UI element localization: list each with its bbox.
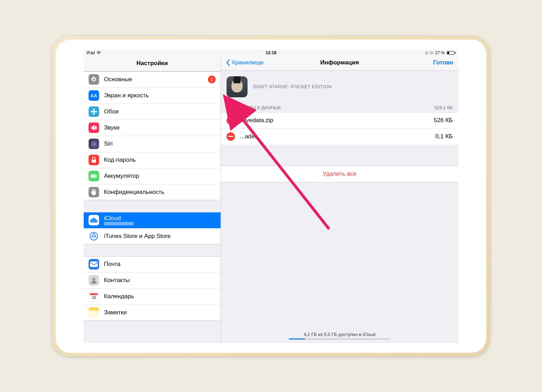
svg-point-1 (93, 109, 95, 111)
svg-point-2 (93, 113, 95, 115)
notes-icon (89, 307, 99, 318)
sidebar-item-battery[interactable]: Аккумулятор (84, 168, 221, 184)
file-size: 526 КБ (434, 117, 453, 124)
sidebar-item-privacy[interactable]: Конфиденциальность (84, 184, 221, 200)
sidebar-item-contacts[interactable]: Контакты (84, 272, 221, 288)
svg-rect-9 (96, 175, 97, 177)
sidebar-item-passcode[interactable]: Код-пароль (84, 152, 221, 168)
svg-point-6 (93, 143, 95, 145)
sidebar-item-icloud[interactable]: iCloud (84, 212, 221, 228)
hand-icon (89, 187, 99, 197)
row-label: Аккумулятор (104, 173, 216, 180)
alarm-icon: ⏲ (430, 50, 434, 55)
lock-icon (89, 155, 99, 165)
appstore-icon (89, 231, 99, 241)
sidebar-title: Настройки (84, 56, 221, 71)
file-name: ...ader (240, 133, 431, 140)
svg-point-13 (92, 278, 95, 281)
gear-icon (89, 74, 99, 85)
svg-text:10: 10 (92, 295, 96, 300)
orientation-lock-icon: ⦸ (425, 50, 428, 55)
storage-bar (289, 338, 390, 340)
sidebar-item-sounds[interactable]: Звуки (84, 120, 221, 136)
sidebar-item-mail[interactable]: Почта (84, 256, 221, 272)
delete-icon[interactable] (227, 132, 235, 141)
row-label: Контакты (104, 277, 216, 284)
row-label: Заметки (104, 309, 216, 316)
file-name: savedata.zip (240, 117, 429, 124)
detail-panel: Хранилище Информация Готово DON'T STARVE… (221, 56, 458, 343)
wifi-icon (96, 51, 101, 55)
calendar-icon: 10 (89, 291, 99, 302)
status-bar: iPad 13:19 ⦸ ⏲ 27 % (84, 49, 458, 56)
app-icon (227, 76, 248, 97)
row-label: Почта (104, 261, 216, 268)
sidebar-item-itunes[interactable]: iTunes Store и App Store (84, 228, 221, 244)
app-name: DON'T STARVE: POCKET EDITION (253, 84, 332, 89)
section-size: 526,1 КБ (435, 105, 453, 110)
sidebar-item-display[interactable]: AA Экран и яркость (84, 88, 221, 104)
device-label: iPad (86, 50, 95, 55)
text-size-icon: AA (89, 90, 99, 101)
battery-icon (89, 171, 99, 181)
svg-rect-14 (90, 293, 98, 295)
sidebar-item-notes[interactable]: Заметки (84, 304, 221, 321)
file-size: 0,1 КБ (436, 133, 453, 140)
row-label: iTunes Store и App Store (104, 233, 216, 240)
delete-icon[interactable] (227, 116, 235, 125)
chevron-left-icon (226, 59, 230, 66)
flower-icon (89, 106, 99, 117)
svg-point-3 (91, 111, 93, 113)
row-label: Календарь (104, 293, 216, 300)
row-label: Звуки (104, 124, 216, 131)
svg-rect-7 (92, 160, 96, 163)
battery-percent: 27 % (435, 50, 445, 55)
icloud-account-blur (104, 222, 134, 225)
sidebar-item-general[interactable]: Основные 1 (84, 71, 221, 88)
file-row[interactable]: savedata.zip 526 КБ (221, 112, 458, 128)
status-time: 13:19 (266, 50, 277, 55)
row-label: iCloud (104, 215, 134, 222)
delete-all-button[interactable]: Удалить все (221, 166, 458, 182)
done-button[interactable]: Готово (433, 59, 453, 66)
mail-icon (89, 259, 99, 270)
speaker-icon (89, 122, 99, 133)
svg-rect-12 (90, 261, 98, 267)
svg-rect-10 (91, 175, 95, 177)
row-label: Обои (104, 108, 216, 115)
file-row[interactable]: ...ader 0,1 КБ (221, 128, 458, 145)
detail-title: Информация (320, 59, 359, 66)
row-label: Siri (104, 140, 216, 147)
ipad-frame: iPad 13:19 ⦸ ⏲ 27 % Настройки (52, 36, 490, 356)
detail-header: Хранилище Информация Готово (221, 56, 458, 71)
row-label: Основные (104, 76, 208, 83)
sidebar-item-siri[interactable]: Siri (84, 136, 221, 152)
section-title: ДОКУМЕНТЫ И ДАННЫЕ (227, 105, 281, 110)
sidebar-item-wallpaper[interactable]: Обои (84, 104, 221, 120)
settings-sidebar: Настройки Основные 1 AA Экран и яркость (84, 56, 221, 343)
person-icon (89, 275, 99, 286)
battery-icon (446, 51, 456, 55)
cloud-icon (89, 215, 99, 225)
app-header: DON'T STARVE: POCKET EDITION (221, 71, 458, 103)
svg-point-0 (93, 111, 95, 113)
svg-point-4 (95, 111, 97, 113)
siri-icon (89, 139, 99, 149)
notification-badge: 1 (208, 76, 216, 83)
row-label: Код-пароль (104, 156, 216, 163)
svg-point-5 (92, 142, 96, 146)
row-label: Конфиденциальность (104, 189, 216, 196)
storage-text: 4,2 ГБ из 5,0 ГБ доступно в iCloud (289, 332, 390, 337)
section-header: ДОКУМЕНТЫ И ДАННЫЕ 526,1 КБ (221, 103, 458, 112)
storage-footer: 4,2 ГБ из 5,0 ГБ доступно в iCloud (289, 332, 390, 340)
sidebar-item-calendar[interactable]: 10 Календарь (84, 288, 221, 304)
back-button[interactable]: Хранилище (226, 59, 264, 66)
row-label: Экран и яркость (104, 92, 216, 99)
